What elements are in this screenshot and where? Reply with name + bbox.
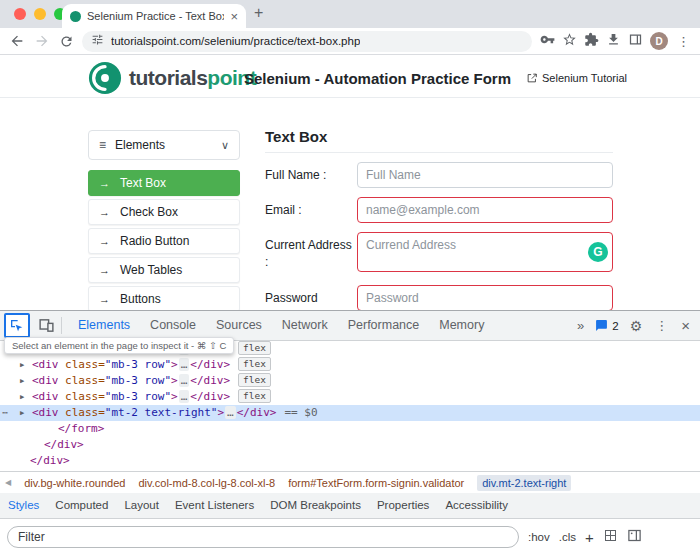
bookmark-star-icon[interactable]	[562, 32, 577, 51]
reload-button[interactable]	[59, 34, 74, 49]
tab-layout[interactable]: Layout	[116, 493, 167, 519]
arrow-right-icon: →	[99, 177, 110, 189]
current-address-label: Current Address :	[265, 232, 357, 276]
tab-dom-breakpoints[interactable]: DOM Breakpoints	[262, 493, 369, 519]
flex-badge[interactable]: flex	[238, 341, 271, 355]
device-toolbar-button[interactable]	[38, 317, 55, 334]
breadcrumb-item[interactable]: form#TextForm.form-signin.validator	[288, 477, 464, 489]
elements-tree: ▶<div class="mb-3 row">…</div>flex ▶<div…	[0, 341, 700, 471]
flex-badge[interactable]: flex	[238, 389, 271, 403]
devtools-settings-icon[interactable]: ⚙	[630, 318, 643, 334]
downloads-icon[interactable]	[606, 32, 621, 51]
devtools-toolbar-right: » 2 ⚙ ⋮ ×	[577, 317, 690, 334]
class-toggle[interactable]: .cls	[559, 531, 576, 543]
url-bar[interactable]: tutorialspoint.com/selenium/practice/tex…	[82, 31, 532, 52]
tab-close-icon[interactable]: ×	[230, 10, 238, 23]
sidebar-item-web-tables[interactable]: → Web Tables	[88, 257, 240, 283]
expand-arrow-icon[interactable]: ▶	[20, 357, 32, 373]
collapsed-ellipsis[interactable]: …	[179, 358, 190, 371]
extensions-puzzle-icon[interactable]	[584, 32, 599, 51]
tab-computed[interactable]: Computed	[47, 493, 116, 519]
header-divider	[0, 97, 700, 98]
devtools-tab-network[interactable]: Network	[272, 311, 338, 341]
email-label: Email :	[265, 197, 357, 223]
new-style-rule-button[interactable]: +	[585, 529, 594, 546]
new-tab-button[interactable]: +	[254, 4, 263, 22]
browser-window: Selenium Practice - Text Box × + tutoria…	[0, 0, 700, 554]
breadcrumb-item-selected[interactable]: div.mt-2.text-right	[477, 475, 571, 491]
inspect-element-button[interactable]	[4, 313, 30, 338]
devtools-tab-elements[interactable]: Elements	[68, 311, 140, 341]
page-title: Selenium - Automation Practice Form	[190, 70, 565, 87]
tree-row[interactable]: </div>	[0, 453, 700, 469]
hamburger-icon: ≡	[99, 138, 106, 152]
row-actions-icon[interactable]: ⋯	[2, 405, 9, 421]
collapsed-ellipsis[interactable]: …	[179, 390, 190, 403]
collapsed-ellipsis[interactable]: …	[179, 374, 190, 387]
full-name-label: Full Name :	[265, 162, 357, 188]
form-title-divider	[265, 152, 613, 153]
styles-filter-input[interactable]	[7, 526, 519, 548]
grammarly-icon[interactable]: G	[588, 242, 608, 262]
full-name-input[interactable]	[357, 162, 613, 188]
form-row: Email :	[265, 197, 613, 223]
devtools-tab-sources[interactable]: Sources	[206, 311, 272, 341]
password-input[interactable]	[357, 285, 613, 310]
selected-node-hint: == $0	[284, 406, 317, 419]
email-input[interactable]	[357, 197, 613, 223]
sidebar-item-text-box[interactable]: → Text Box	[88, 170, 240, 196]
passwords-key-icon[interactable]	[540, 32, 555, 51]
more-tabs-icon[interactable]: »	[577, 318, 584, 333]
tab-styles[interactable]: Styles	[0, 493, 47, 519]
back-button[interactable]	[9, 33, 25, 49]
devtools-menu-icon[interactable]: ⋮	[653, 318, 670, 333]
site-settings-icon[interactable]	[91, 32, 104, 50]
form-title: Text Box	[265, 128, 613, 145]
sidebar-item-check-box[interactable]: → Check Box	[88, 199, 240, 225]
devtools-tab-memory[interactable]: Memory	[429, 311, 494, 341]
sidebar-item-buttons[interactable]: → Buttons	[88, 286, 240, 310]
window-close-button[interactable]	[14, 8, 26, 20]
devtools-close-icon[interactable]: ×	[681, 317, 690, 334]
tree-row[interactable]: </form>	[0, 421, 700, 437]
tree-row[interactable]: </div>	[0, 437, 700, 453]
browser-tab[interactable]: Selenium Practice - Text Box ×	[62, 4, 246, 28]
devtools-tab-performance[interactable]: Performance	[338, 311, 430, 341]
expand-arrow-icon[interactable]: ▶	[20, 389, 32, 405]
tab-properties[interactable]: Properties	[369, 493, 437, 519]
issues-counter[interactable]: 2	[595, 319, 618, 332]
flex-badge[interactable]: flex	[238, 373, 271, 387]
pseudo-state-toggle[interactable]: :hov	[528, 531, 550, 543]
tree-row[interactable]: ▶<div class="mb-3 row">…</div>flex	[0, 389, 700, 405]
collapsed-ellipsis[interactable]: …	[225, 406, 236, 419]
sidebar-item-radio-button[interactable]: → Radio Button	[88, 228, 240, 254]
browser-menu-icon[interactable]: ⋮	[675, 34, 692, 49]
elements-dropdown[interactable]: ≡ Elements ∨	[88, 130, 240, 160]
toggle-sidebar-icon[interactable]	[627, 528, 642, 547]
computed-styles-icon[interactable]	[603, 528, 618, 547]
profile-avatar[interactable]: D	[650, 32, 668, 50]
tree-row[interactable]: ▶<div class="mb-3 row">…</div>flex	[0, 373, 700, 389]
breadcrumb-item[interactable]: div.bg-white.rounded	[24, 477, 125, 489]
tree-row[interactable]: ▶<div class="mb-3 row">…</div>flex	[0, 357, 700, 373]
current-address-textarea[interactable]	[357, 232, 613, 272]
sidebar-items: → Text Box → Check Box → Radio Button → …	[88, 170, 240, 310]
window-minimize-button[interactable]	[34, 8, 46, 20]
devtools-tab-console[interactable]: Console	[140, 311, 206, 341]
tutorialspoint-logo-icon	[88, 61, 122, 95]
selenium-tutorial-link[interactable]: Selenium Tutorial	[526, 72, 627, 84]
expand-arrow-icon[interactable]: ▶	[20, 373, 32, 389]
tree-row-selected[interactable]: ⋯ ▶<div class="mt-2 text-right">…</div>=…	[0, 405, 700, 421]
toolbar-divider	[61, 317, 62, 334]
forward-button[interactable]	[34, 33, 50, 49]
url-text: tutorialspoint.com/selenium/practice/tex…	[111, 35, 360, 47]
form-row: Full Name :	[265, 162, 613, 188]
breadcrumb-item[interactable]: div.col-md-8.col-lg-8.col-xl-8	[138, 477, 275, 489]
tab-event-listeners[interactable]: Event Listeners	[167, 493, 262, 519]
tab-accessibility[interactable]: Accessibility	[437, 493, 516, 519]
expand-arrow-icon[interactable]: ▶	[20, 405, 32, 421]
side-panel-icon[interactable]	[628, 32, 643, 51]
flex-badge[interactable]: flex	[238, 357, 271, 371]
breadcrumb-scroll-left-icon[interactable]: ◀	[5, 478, 11, 487]
form-row: Current Address : G	[265, 232, 613, 276]
